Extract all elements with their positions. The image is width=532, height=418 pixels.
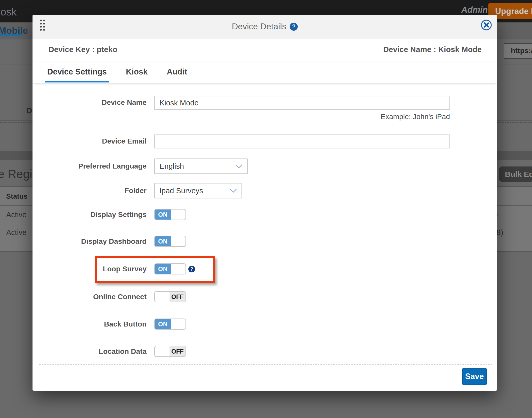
- loop-survey-help-icon[interactable]: ?: [188, 266, 195, 272]
- url-input[interactable]: https://: [504, 43, 532, 59]
- back-button-toggle[interactable]: ON: [154, 319, 186, 330]
- folder-label: Folder: [33, 185, 147, 197]
- device-name-text: Device Name : Kiosk Mode: [383, 44, 482, 55]
- close-icon[interactable]: [480, 19, 493, 31]
- device-name-helper: Example: John's iPad: [381, 111, 450, 122]
- preferred-language-select[interactable]: English: [154, 158, 248, 174]
- bg-field-label-fragment: D: [26, 106, 32, 115]
- tab-device-settings[interactable]: Device Settings: [45, 65, 109, 82]
- admin-menu[interactable]: Admin: [461, 5, 488, 15]
- status-cell: Active: [6, 227, 27, 238]
- chevron-down-icon: [230, 189, 237, 193]
- device-email-input[interactable]: [154, 135, 450, 148]
- device-details-modal: Device Details ? Device Key : pteko Devi…: [33, 15, 497, 391]
- tab-audit[interactable]: Audit: [165, 65, 189, 82]
- loop-survey-label: Loop Survey: [33, 263, 147, 275]
- loop-survey-toggle[interactable]: ON: [154, 263, 186, 274]
- status-column-header: Status: [6, 191, 28, 202]
- screen: osk Admin Upgrade Now Mobile D e Registr…: [0, 0, 532, 418]
- online-connect-label: Online Connect: [33, 291, 147, 303]
- display-settings-label: Display Settings: [33, 209, 147, 221]
- preferred-language-label: Preferred Language: [33, 160, 147, 172]
- display-settings-toggle[interactable]: ON: [154, 209, 186, 220]
- online-connect-toggle[interactable]: OFF: [154, 291, 186, 302]
- tab-kiosk[interactable]: Kiosk: [124, 65, 150, 82]
- location-data-label: Location Data: [33, 346, 147, 357]
- save-button[interactable]: Save: [462, 368, 487, 385]
- folder-select[interactable]: Ipad Surveys: [154, 183, 242, 198]
- tab-mobile-underline: [0, 34, 22, 36]
- preferred-language-value: English: [159, 162, 184, 171]
- display-dashboard-toggle[interactable]: ON: [154, 236, 186, 247]
- footer-divider: [39, 364, 492, 365]
- help-icon[interactable]: ?: [290, 23, 298, 31]
- row-count-fragment: 8): [496, 227, 503, 238]
- back-button-label: Back Button: [33, 318, 147, 330]
- bulk-edit-button[interactable]: Bulk Edit: [499, 166, 532, 182]
- device-name-input[interactable]: [154, 96, 450, 110]
- modal-title: Device Details: [232, 22, 286, 31]
- device-name-label: Device Name: [33, 97, 147, 108]
- location-data-toggle[interactable]: OFF: [154, 346, 186, 357]
- status-cell: Active: [6, 209, 27, 220]
- device-key-text: Device Key : pteko: [49, 44, 117, 55]
- device-email-label: Device Email: [33, 135, 147, 147]
- display-dashboard-label: Display Dashboard: [33, 236, 147, 247]
- folder-value: Ipad Surveys: [159, 187, 203, 195]
- chevron-down-icon: [235, 164, 243, 169]
- logo-fragment: osk: [1, 6, 17, 18]
